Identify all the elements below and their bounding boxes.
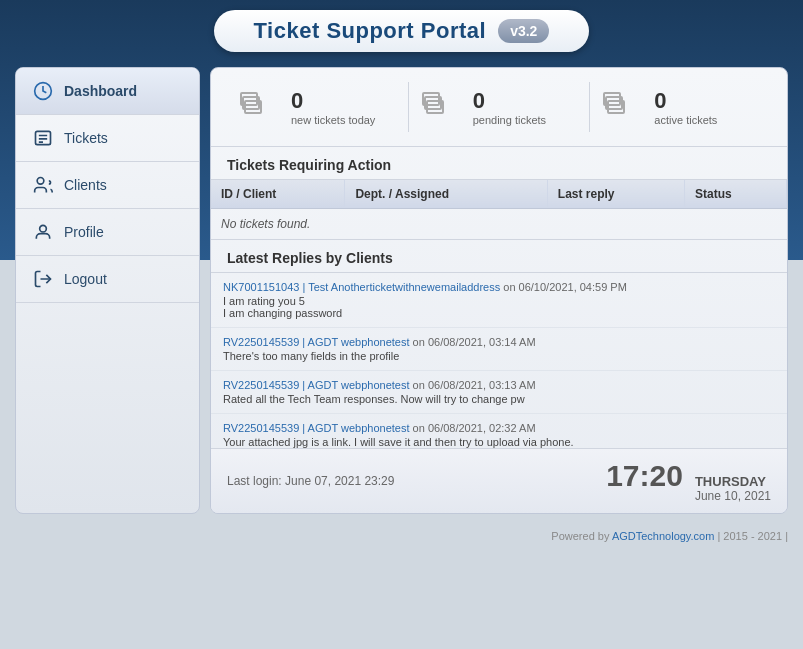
dashboard-icon bbox=[32, 80, 54, 102]
new-tickets-label: new tickets today bbox=[291, 114, 375, 126]
reply-date: on 06/08/2021, 02:32 AM bbox=[413, 422, 536, 434]
header-inner: Ticket Support Portal v3.2 bbox=[214, 10, 590, 52]
clients-icon bbox=[32, 174, 54, 196]
reply-header: RV2250145539 | AGDT webphonetest on 06/0… bbox=[223, 336, 775, 348]
reply-ticket-link[interactable]: RV2250145539 | AGDT webphonetest bbox=[223, 336, 410, 348]
reply-ticket-link[interactable]: RV2250145539 | AGDT webphonetest bbox=[223, 379, 410, 391]
profile-icon bbox=[32, 221, 54, 243]
new-tickets-icon bbox=[239, 89, 279, 125]
reply-body: Rated all the Tech Team responses. Now w… bbox=[223, 393, 775, 405]
reply-header: RV2250145539 | AGDT webphonetest on 06/0… bbox=[223, 422, 775, 434]
stat-new-tickets: 0 new tickets today bbox=[227, 82, 408, 132]
replies-section: Latest Replies by Clients NK7001151043 |… bbox=[211, 240, 787, 448]
col-id-client: ID / Client bbox=[211, 180, 345, 209]
no-tickets-message: No tickets found. bbox=[211, 209, 787, 240]
reply-item: RV2250145539 | AGDT webphonetest on 06/0… bbox=[211, 414, 787, 448]
reply-item: NK7001151043 | Test Anotherticketwithnew… bbox=[211, 273, 787, 328]
sidebar-label-dashboard: Dashboard bbox=[64, 83, 137, 99]
col-last-reply: Last reply bbox=[547, 180, 684, 209]
reply-ticket-link[interactable]: RV2250145539 | AGDT webphonetest bbox=[223, 422, 410, 434]
sidebar-item-profile[interactable]: Profile bbox=[16, 209, 199, 256]
clock-date: June 10, 2021 bbox=[695, 489, 771, 503]
sidebar-label-clients: Clients bbox=[64, 177, 107, 193]
content-area: 0 new tickets today 0 pending tickets bbox=[210, 67, 788, 514]
active-tickets-icon bbox=[602, 89, 642, 125]
footer-text-after: | 2015 - 2021 | bbox=[714, 530, 788, 542]
reply-date: on 06/08/2021, 03:13 AM bbox=[413, 379, 536, 391]
sidebar: Dashboard Tickets bbox=[15, 67, 200, 514]
stat-active-tickets: 0 active tickets bbox=[589, 82, 771, 132]
sidebar-label-tickets: Tickets bbox=[64, 130, 108, 146]
reply-header: NK7001151043 | Test Anotherticketwithnew… bbox=[223, 281, 775, 293]
col-status: Status bbox=[685, 180, 787, 209]
clock-day: THURSDAY bbox=[695, 474, 766, 489]
clock-section: 17:20 THURSDAY June 10, 2021 bbox=[606, 459, 771, 503]
pending-tickets-info: 0 pending tickets bbox=[473, 88, 546, 126]
reply-body-1: I am rating you 5 bbox=[223, 295, 775, 307]
header: Ticket Support Portal v3.2 bbox=[0, 0, 803, 57]
replies-list[interactable]: NK7001151043 | Test Anotherticketwithnew… bbox=[211, 273, 787, 448]
replies-section-title: Latest Replies by Clients bbox=[211, 240, 787, 273]
reply-item: RV2250145539 | AGDT webphonetest on 06/0… bbox=[211, 371, 787, 414]
new-tickets-count: 0 bbox=[291, 88, 375, 114]
sidebar-label-logout: Logout bbox=[64, 271, 107, 287]
page-footer: Powered by AGDTechnology.com | 2015 - 20… bbox=[0, 524, 803, 548]
no-tickets-row: No tickets found. bbox=[211, 209, 787, 240]
new-tickets-info: 0 new tickets today bbox=[291, 88, 375, 126]
footer-text-before: Powered by bbox=[551, 530, 612, 542]
content-footer: Last login: June 07, 2021 23:29 17:20 TH… bbox=[211, 448, 787, 513]
reply-date: on 06/10/2021, 04:59 PM bbox=[503, 281, 627, 293]
tickets-icon bbox=[32, 127, 54, 149]
stat-pending-tickets: 0 pending tickets bbox=[408, 82, 590, 132]
stats-row: 0 new tickets today 0 pending tickets bbox=[211, 68, 787, 147]
reply-date: on 06/08/2021, 03:14 AM bbox=[413, 336, 536, 348]
tickets-table: ID / Client Dept. / Assigned Last reply … bbox=[211, 180, 787, 240]
active-tickets-count: 0 bbox=[654, 88, 717, 114]
reply-body: There's too many fields in the profile bbox=[223, 350, 775, 362]
main-container: Dashboard Tickets bbox=[0, 57, 803, 524]
tickets-section-title: Tickets Requiring Action bbox=[211, 147, 787, 180]
pending-tickets-count: 0 bbox=[473, 88, 546, 114]
reply-item: RV2250145539 | AGDT webphonetest on 06/0… bbox=[211, 328, 787, 371]
footer-link[interactable]: AGDTechnology.com bbox=[612, 530, 715, 542]
version-badge: v3.2 bbox=[498, 19, 549, 43]
svg-point-6 bbox=[40, 225, 47, 232]
table-header-row: ID / Client Dept. / Assigned Last reply … bbox=[211, 180, 787, 209]
reply-ticket-link[interactable]: NK7001151043 | Test Anotherticketwithnew… bbox=[223, 281, 500, 293]
reply-header: RV2250145539 | AGDT webphonetest on 06/0… bbox=[223, 379, 775, 391]
pending-tickets-label: pending tickets bbox=[473, 114, 546, 126]
last-login-text: Last login: June 07, 2021 23:29 bbox=[227, 474, 394, 488]
sidebar-label-profile: Profile bbox=[64, 224, 104, 240]
active-tickets-info: 0 active tickets bbox=[654, 88, 717, 126]
logout-icon bbox=[32, 268, 54, 290]
clock-time: 17:20 bbox=[606, 459, 683, 493]
sidebar-item-clients[interactable]: Clients bbox=[16, 162, 199, 209]
clock-date-section: THURSDAY June 10, 2021 bbox=[695, 474, 771, 503]
sidebar-item-logout[interactable]: Logout bbox=[16, 256, 199, 303]
sidebar-item-dashboard[interactable]: Dashboard bbox=[16, 68, 199, 115]
reply-body: Your attached jpg is a link. I will save… bbox=[223, 436, 775, 448]
reply-body-2: I am changing password bbox=[223, 307, 775, 319]
sidebar-item-tickets[interactable]: Tickets bbox=[16, 115, 199, 162]
pending-tickets-icon bbox=[421, 89, 461, 125]
svg-point-5 bbox=[37, 178, 44, 185]
app-title: Ticket Support Portal bbox=[254, 18, 487, 44]
active-tickets-label: active tickets bbox=[654, 114, 717, 126]
col-dept: Dept. / Assigned bbox=[345, 180, 547, 209]
